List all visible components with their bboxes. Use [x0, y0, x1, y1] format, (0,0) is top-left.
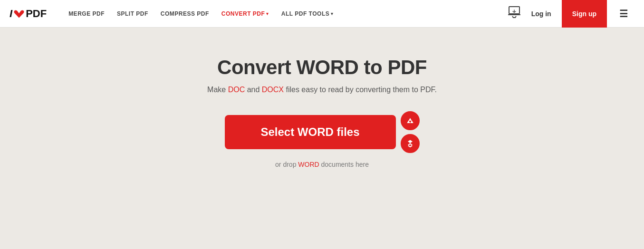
google-drive-upload-button[interactable]	[401, 111, 420, 130]
select-word-files-button[interactable]: Select WORD files	[225, 115, 396, 149]
hamburger-icon[interactable]: ☰	[613, 5, 634, 22]
logo-i: I	[10, 8, 12, 20]
drop-text: or drop WORD documents here	[275, 161, 369, 168]
nav-merge-pdf[interactable]: MERGE PDF	[64, 8, 109, 20]
convert-pdf-caret-icon: ▾	[266, 11, 269, 16]
google-drive-icon	[405, 116, 415, 125]
upload-icons	[401, 111, 420, 153]
signup-button[interactable]: Sign up	[562, 0, 607, 28]
dropbox-icon	[405, 139, 415, 148]
logo-pdf: PDF	[26, 8, 47, 20]
nav-all-pdf-tools[interactable]: ALL PDF TOOLS ▾	[277, 8, 338, 20]
login-button[interactable]: Log in	[527, 7, 556, 20]
navbar: I PDF MERGE PDF SPLIT PDF COMPRESS PDF C…	[0, 0, 644, 28]
nav-right: Log in Sign up ☰	[508, 0, 634, 28]
page-subtitle: Make DOC and DOCX files easy to read by …	[207, 86, 437, 94]
nav-compress-pdf[interactable]: COMPRESS PDF	[156, 8, 214, 20]
page-title: Convert WORD to PDF	[217, 56, 427, 79]
logo[interactable]: I PDF	[10, 8, 47, 20]
dropbox-upload-button[interactable]	[401, 134, 420, 153]
main-content: Convert WORD to PDF Make DOC and DOCX fi…	[0, 28, 644, 168]
nav-links: MERGE PDF SPLIT PDF COMPRESS PDF CONVERT…	[64, 8, 508, 20]
nav-convert-pdf[interactable]: CONVERT PDF ▾	[217, 8, 274, 20]
upload-row: Select WORD files	[225, 111, 420, 153]
nav-split-pdf[interactable]: SPLIT PDF	[112, 8, 153, 20]
download-desktop-icon[interactable]	[508, 6, 521, 21]
logo-heart-icon	[13, 9, 25, 19]
all-pdf-tools-caret-icon: ▾	[331, 11, 334, 16]
